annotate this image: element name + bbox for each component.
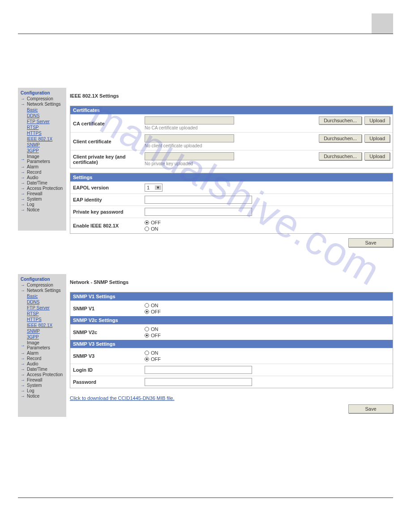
pk-password-input[interactable]	[145, 208, 252, 216]
eap-identity-input[interactable]	[145, 196, 252, 204]
sidebar-item-label: Compression	[27, 283, 53, 287]
sidebar-sub-basic[interactable]: Basic	[27, 107, 64, 113]
sidebar-item-access[interactable]: →Access Protection	[21, 372, 64, 377]
upload-button[interactable]: Upload	[364, 116, 390, 124]
sidebar-sub-rtsp[interactable]: RTSP	[27, 311, 64, 317]
radio-off[interactable]	[145, 220, 149, 225]
eapol-value: 1	[147, 185, 150, 190]
sidebar-sub-8021x[interactable]: IEEE 802.1X	[27, 136, 64, 142]
sidebar-item-label: Network Settings	[27, 102, 61, 107]
row-eapol: EAPOL version 1 ▼	[70, 181, 393, 193]
radio-on-label: ON	[151, 226, 158, 232]
row-ca-cert: CA certificate Durchsuchen... Upload No …	[70, 114, 393, 132]
arrow-icon: →	[21, 361, 25, 366]
key-file-input[interactable]	[145, 152, 234, 160]
sidebar-sub-https[interactable]: HTTPS	[27, 317, 64, 322]
sidebar-sub-snmp[interactable]: SNMP	[27, 142, 64, 148]
upload-button[interactable]: Upload	[364, 134, 390, 142]
password-input[interactable]	[145, 378, 252, 386]
sidebar-item-access[interactable]: →Access Protection	[21, 186, 64, 191]
sidebar-item-datetime[interactable]: →Date/Time	[21, 367, 64, 372]
radio-v1-off[interactable]	[145, 309, 149, 314]
radio-v3-on[interactable]	[145, 351, 149, 355]
sidebar-item-label: Date/Time	[27, 367, 47, 372]
main-panel-snmp: Network - SNMP Settings SNMP V1 Settings…	[70, 274, 393, 413]
row-private-key: Client private key (and certificate) Dur…	[70, 150, 393, 168]
panel-header-v1: SNMP V1 Settings	[70, 292, 393, 300]
sidebar-item-record[interactable]: →Record	[21, 356, 64, 361]
row-pk-password: Private key password	[70, 206, 393, 218]
radio-off-label: OFF	[151, 309, 161, 314]
sidebar-item-label: Notice	[27, 207, 39, 212]
sidebar-item-label: Alarm	[27, 351, 39, 356]
radio-v3-off[interactable]	[145, 357, 149, 361]
sidebar-sub-basic[interactable]: Basic	[27, 293, 64, 299]
page-title: IEEE 802.1X Settings	[70, 93, 393, 99]
radio-v1-on[interactable]	[145, 303, 149, 308]
arrow-icon: →	[21, 372, 25, 377]
sidebar-sub-ftp[interactable]: FTP Server	[27, 305, 64, 311]
sidebar-sub-3gpp[interactable]: 3GPP	[27, 148, 64, 154]
sidebar-item-compression[interactable]: →Compression	[21, 283, 64, 287]
sidebar-sub-ddns[interactable]: DDNS	[27, 299, 64, 305]
sidebar-item-network[interactable]: →Network Settings	[21, 102, 64, 107]
sidebar-item-record[interactable]: →Record	[21, 170, 64, 175]
row-snmp-v2c: SNMP V2c ON OFF	[70, 324, 393, 340]
sidebar-item-label: Compression	[27, 96, 53, 101]
sidebar-item-alarm[interactable]: →Alarm	[21, 351, 64, 356]
sidebar-item-label: Notice	[27, 394, 39, 399]
sidebar-item-image[interactable]: →Image Parameters	[21, 340, 64, 350]
certificates-panel: Certificates CA certificate Durchsuchen.…	[70, 106, 393, 168]
row-snmp-v3: SNMP V3 ON OFF	[70, 348, 393, 364]
sidebar-item-notice[interactable]: →Notice	[21, 394, 64, 399]
ca-file-input[interactable]	[145, 116, 234, 124]
sidebar-sub-snmp[interactable]: SNMP	[27, 328, 64, 334]
save-button[interactable]: Save	[348, 238, 393, 247]
arrow-icon: →	[21, 283, 25, 287]
radio-v2-off[interactable]	[145, 333, 149, 338]
upload-button[interactable]: Upload	[364, 152, 390, 160]
sidebar-item-notice[interactable]: →Notice	[21, 207, 64, 212]
sidebar-item-label: Image Parameters	[27, 340, 64, 350]
sidebar-sub-https[interactable]: HTTPS	[27, 130, 64, 136]
sidebar-sub-3gpp[interactable]: 3GPP	[27, 334, 64, 340]
sidebar-item-label: System	[27, 197, 42, 202]
sidebar-item-firewall[interactable]: →Firewall	[21, 378, 64, 382]
sidebar-item-system[interactable]: →System	[21, 383, 64, 388]
eapol-select[interactable]: 1 ▼	[145, 184, 163, 192]
download-mib-link[interactable]: Click to download the CCID1445-DN36 MIB …	[70, 395, 175, 401]
login-input[interactable]	[145, 366, 252, 374]
sidebar-item-audio[interactable]: →Audio	[21, 175, 64, 180]
sidebar-item-datetime[interactable]: →Date/Time	[21, 180, 64, 185]
sidebar-item-system[interactable]: →System	[21, 197, 64, 202]
sidebar-sub-8021x[interactable]: IEEE 802.1X	[27, 322, 64, 328]
sidebar-item-firewall[interactable]: →Firewall	[21, 191, 64, 196]
arrow-icon: →	[21, 191, 25, 196]
row-enable-8021x: Enable IEEE 802.1X OFF ON	[70, 218, 393, 233]
radio-on[interactable]	[145, 227, 149, 231]
sidebar-item-network[interactable]: →Network Settings	[21, 288, 64, 293]
client-status: No client certificate uploaded	[145, 143, 390, 148]
header-logo-placeholder	[372, 13, 393, 34]
sidebar-sub-ftp[interactable]: FTP Server	[27, 119, 64, 124]
main-panel-8021x: IEEE 802.1X Settings Certificates CA cer…	[70, 88, 393, 247]
browse-button[interactable]: Durchsuchen...	[319, 134, 362, 142]
sidebar-item-alarm[interactable]: →Alarm	[21, 164, 64, 169]
sidebar-item-audio[interactable]: →Audio	[21, 361, 64, 366]
label-v2: SNMP V2c	[73, 330, 145, 335]
sidebar-item-image[interactable]: →Image Parameters	[21, 154, 64, 164]
sidebar-item-log[interactable]: →Log	[21, 388, 64, 393]
sidebar-item-label: Image Parameters	[27, 154, 64, 164]
browse-button[interactable]: Durchsuchen...	[319, 116, 362, 124]
sidebar-item-log[interactable]: →Log	[21, 202, 64, 207]
save-button[interactable]: Save	[348, 404, 393, 413]
client-file-input[interactable]	[145, 134, 234, 142]
sidebar-item-compression[interactable]: →Compression	[21, 96, 64, 101]
sidebar-sub-rtsp[interactable]: RTSP	[27, 124, 64, 130]
label-client: Client certificate	[73, 139, 145, 144]
browse-button[interactable]: Durchsuchen...	[319, 152, 362, 160]
radio-v2-on[interactable]	[145, 327, 149, 331]
panel-header-v2: SNMP V2c Settings	[70, 316, 393, 324]
radio-off-label: OFF	[151, 220, 161, 225]
sidebar-sub-ddns[interactable]: DDNS	[27, 113, 64, 119]
